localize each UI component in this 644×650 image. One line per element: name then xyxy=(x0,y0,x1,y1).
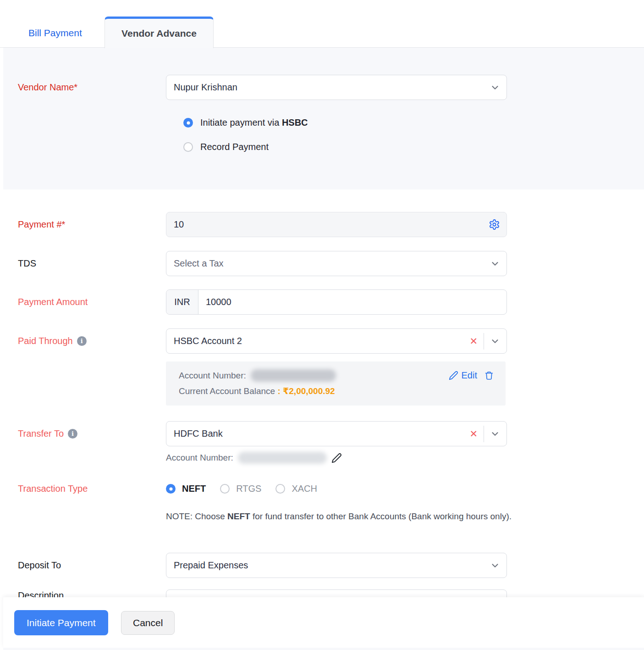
initiate-payment-radio[interactable] xyxy=(183,118,193,128)
payment-amount-input[interactable]: INR 10000 xyxy=(166,289,507,315)
trash-icon[interactable] xyxy=(484,371,494,380)
initiate-payment-button[interactable]: Initiate Payment xyxy=(14,610,108,635)
transaction-type-neft-option[interactable]: NEFT xyxy=(166,483,206,494)
gear-icon[interactable] xyxy=(489,219,500,230)
vendor-name-select[interactable]: Nupur Krishnan xyxy=(166,75,507,100)
deposit-to-select[interactable]: Prepaid Expenses xyxy=(166,553,507,578)
clear-x-icon[interactable]: ✕ xyxy=(469,336,478,346)
xach-label: XACH xyxy=(292,483,317,494)
account-number-label: Account Number: xyxy=(166,453,233,463)
transaction-type-label: Transaction Type xyxy=(18,483,166,494)
record-payment-label: Record Payment xyxy=(200,142,269,152)
pencil-icon xyxy=(449,371,458,380)
xach-radio[interactable] xyxy=(275,484,285,494)
rtgs-label: RTGS xyxy=(236,483,261,494)
cancel-button[interactable]: Cancel xyxy=(121,611,175,635)
vendor-name-value: Nupur Krishnan xyxy=(166,82,237,93)
deposit-to-label: Deposit To xyxy=(18,560,166,571)
bottom-strip xyxy=(3,648,644,650)
edit-label: Edit xyxy=(462,370,477,381)
neft-label: NEFT xyxy=(182,483,206,494)
chevron-down-icon[interactable] xyxy=(490,561,500,571)
info-icon[interactable]: i xyxy=(68,429,77,439)
vendor-section: Vendor Name* Nupur Krishnan Initiate pay… xyxy=(3,48,644,189)
chevron-down-icon[interactable] xyxy=(490,259,500,269)
paid-through-value: HSBC Account 2 xyxy=(166,336,242,346)
initiate-payment-label: Initiate payment via HSBC xyxy=(200,117,308,128)
clear-x-icon[interactable]: ✕ xyxy=(469,429,478,439)
pencil-icon[interactable] xyxy=(331,453,342,463)
transaction-type-rtgs-option[interactable]: RTGS xyxy=(220,483,261,494)
paid-through-account-panel: Account Number: Edit Current A xyxy=(166,361,506,406)
neft-note: NOTE: Choose NEFT for fund transfer to o… xyxy=(166,511,644,522)
divider xyxy=(484,426,484,442)
vendor-name-label: Vendor Name* xyxy=(18,82,166,93)
divider xyxy=(484,333,484,350)
payment-amount-label: Payment Amount xyxy=(18,297,166,307)
transaction-type-xach-option[interactable]: XACH xyxy=(275,483,317,494)
tds-placeholder: Select a Tax xyxy=(166,258,224,269)
payment-number-label: Payment #* xyxy=(18,219,166,230)
paid-through-label: Paid Through i xyxy=(18,336,166,346)
tab-vendor-advance-label: Vendor Advance xyxy=(121,28,197,39)
paid-through-select[interactable]: HSBC Account 2 ✕ xyxy=(166,328,507,354)
currency-chip: INR xyxy=(166,290,198,314)
payment-number-input[interactable]: 10 xyxy=(166,212,507,237)
deposit-to-value: Prepaid Expenses xyxy=(166,560,248,571)
balance-value: ₹2,00,000.92 xyxy=(283,386,335,396)
chevron-down-icon[interactable] xyxy=(490,429,500,439)
payment-mode-record-option[interactable]: Record Payment xyxy=(183,142,644,152)
transfer-to-label: Transfer To i xyxy=(18,428,166,439)
payment-details-section: Payment #* 10 TDS Select a Tax xyxy=(3,212,644,615)
info-icon[interactable]: i xyxy=(77,336,87,346)
rtgs-radio[interactable] xyxy=(220,484,230,494)
neft-radio[interactable] xyxy=(166,484,176,494)
chevron-down-icon[interactable] xyxy=(490,83,500,93)
balance-label: Current Account Balance xyxy=(179,386,275,396)
account-number-label: Account Number: xyxy=(179,371,246,381)
payment-mode-initiate-option[interactable]: Initiate payment via HSBC xyxy=(183,117,644,128)
payment-number-value: 10 xyxy=(166,219,184,230)
record-payment-radio[interactable] xyxy=(183,142,193,152)
masked-account-number xyxy=(251,369,336,382)
transfer-to-value: HDFC Bank xyxy=(166,428,223,439)
tab-bar: Bill Payment Vendor Advance xyxy=(0,0,644,48)
tab-bill-payment[interactable]: Bill Payment xyxy=(28,28,82,39)
vendor-payment-form: Bill Payment Vendor Advance Vendor Name*… xyxy=(0,0,644,650)
transfer-to-select[interactable]: HDFC Bank ✕ xyxy=(166,421,507,446)
balance-separator: : xyxy=(277,386,280,396)
chevron-down-icon[interactable] xyxy=(490,336,500,346)
tab-vendor-advance[interactable]: Vendor Advance xyxy=(105,17,214,48)
transfer-account-line: Account Number: xyxy=(166,452,644,464)
masked-account-number xyxy=(238,452,327,464)
edit-account-link[interactable]: Edit xyxy=(449,370,477,381)
tds-select[interactable]: Select a Tax xyxy=(166,251,507,276)
form-footer: Initiate Payment Cancel xyxy=(3,597,644,648)
payment-amount-value: 10000 xyxy=(198,297,231,307)
tds-label: TDS xyxy=(18,258,166,269)
